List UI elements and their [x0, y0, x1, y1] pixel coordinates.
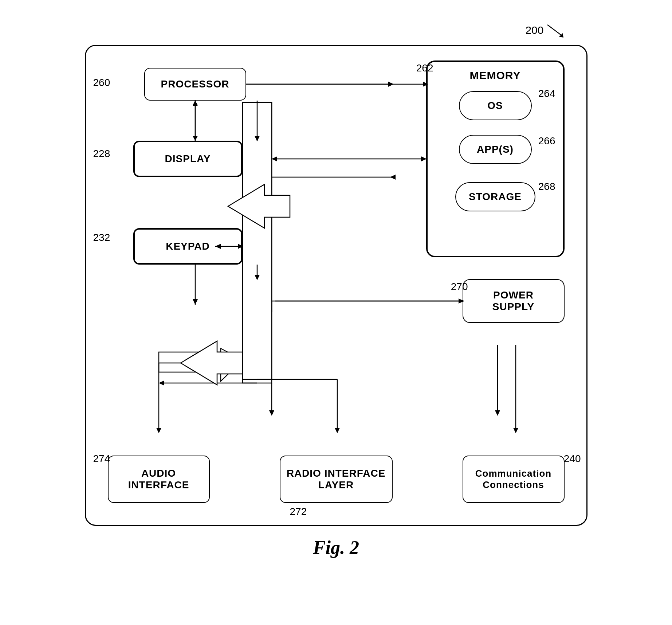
- radio-label-line1: RADIO INTERFACE: [287, 468, 386, 479]
- svg-marker-34: [193, 136, 198, 141]
- svg-marker-25: [159, 348, 243, 381]
- ref-264: 264: [538, 88, 555, 99]
- svg-marker-48: [335, 428, 340, 433]
- comm-connections-box: Communication Connections: [463, 456, 565, 503]
- svg-marker-33: [193, 101, 198, 105]
- svg-marker-3: [388, 82, 394, 87]
- comm-label-line1: Communication: [475, 468, 551, 479]
- svg-marker-19: [269, 410, 274, 416]
- svg-rect-10: [243, 102, 272, 383]
- ref-228: 228: [93, 148, 110, 160]
- radio-interface-box: RADIO INTERFACE LAYER: [280, 456, 393, 503]
- keypad-label: KEYPAD: [166, 241, 210, 252]
- ref-200-text: 200: [525, 24, 543, 36]
- svg-marker-28: [495, 410, 500, 416]
- ref-200-label: 200: [525, 23, 569, 38]
- radio-label: RADIO INTERFACE LAYER: [287, 468, 386, 491]
- svg-marker-5: [193, 101, 198, 106]
- comm-label-line2: Connections: [483, 479, 544, 490]
- svg-rect-35: [243, 102, 272, 379]
- svg-marker-39: [421, 156, 427, 161]
- fig-label: Fig. 2: [85, 537, 587, 558]
- svg-marker-52: [513, 428, 518, 433]
- main-diagram-box: PROCESSOR MEMORY OS APP(S) STORAGE DISPL…: [85, 45, 587, 526]
- os-label: OS: [487, 100, 503, 112]
- display-box: DISPLAY: [133, 141, 243, 177]
- ref-274: 274: [93, 453, 110, 465]
- audio-label-line2: INTERFACE: [128, 479, 189, 491]
- power-label-line2: SUPPLY: [492, 301, 534, 312]
- svg-marker-55: [156, 428, 161, 433]
- audio-label-line1: AUDIO: [141, 468, 176, 479]
- ref-232: 232: [93, 232, 110, 243]
- ref-240: 240: [564, 453, 581, 465]
- power-supply-box: POWER SUPPLY: [463, 279, 565, 323]
- audio-interface-box: AUDIO INTERFACE: [108, 456, 210, 503]
- memory-title: MEMORY: [428, 69, 563, 82]
- svg-marker-8: [243, 175, 248, 180]
- os-box: OS: [459, 91, 532, 120]
- svg-marker-45: [255, 136, 260, 141]
- processor-box: PROCESSOR: [144, 68, 246, 101]
- svg-marker-57: [255, 275, 260, 280]
- svg-marker-38: [272, 156, 277, 161]
- ref-272: 272: [290, 506, 307, 517]
- ref-270: 270: [451, 281, 468, 293]
- storage-label: STORAGE: [469, 191, 522, 203]
- svg-marker-22: [221, 352, 243, 374]
- comm-label: Communication Connections: [475, 468, 551, 491]
- svg-line-0: [547, 25, 562, 36]
- power-label: POWER SUPPLY: [492, 289, 534, 313]
- audio-label: AUDIO INTERFACE: [128, 468, 189, 491]
- ref-260: 260: [93, 77, 110, 89]
- display-label: DISPLAY: [165, 153, 211, 165]
- radio-label-line2: LAYER: [318, 479, 354, 491]
- ref-266: 266: [538, 135, 555, 147]
- page-container: 200: [0, 30, 672, 595]
- ref-268: 268: [538, 181, 555, 192]
- apps-label: APP(S): [477, 144, 514, 155]
- svg-marker-9: [390, 175, 396, 180]
- processor-label: PROCESSOR: [161, 78, 229, 90]
- ref-262: 262: [416, 62, 433, 74]
- power-label-line1: POWER: [493, 289, 534, 301]
- svg-marker-21: [193, 299, 198, 305]
- diagram-wrapper: 200: [85, 45, 587, 558]
- svg-marker-17: [159, 380, 164, 386]
- keypad-box: KEYPAD: [133, 228, 243, 265]
- storage-box: STORAGE: [455, 182, 535, 211]
- apps-box: APP(S): [459, 135, 532, 164]
